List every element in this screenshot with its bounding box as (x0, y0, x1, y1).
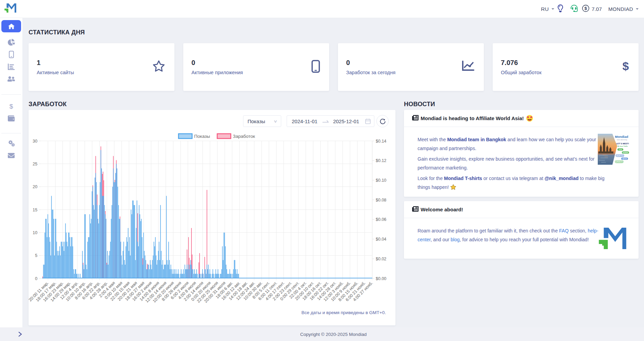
theme-toggle-button[interactable] (558, 4, 563, 14)
arrow-right-icon (322, 119, 329, 123)
news-title: Welcome aboard! (421, 207, 463, 212)
svg-text:$: $ (584, 6, 587, 11)
svg-text:$0.04: $0.04 (376, 237, 386, 242)
svg-text:$0.06: $0.06 (376, 217, 386, 222)
home-icon (8, 23, 15, 29)
lightbulb-icon (558, 4, 563, 14)
account-menu[interactable]: MONDIAD (608, 6, 639, 12)
chevron-down-icon: ∨ (273, 119, 277, 124)
svg-text:0: 0 (35, 276, 37, 281)
sidebar-item-statistics[interactable] (1, 36, 21, 48)
legend-label-1: Заработок (233, 134, 255, 139)
account-name: MONDIAD (608, 6, 633, 12)
chart-legend[interactable]: ПоказыЗаработок (179, 134, 255, 139)
sidebar-item-referrals[interactable] (1, 73, 21, 85)
chevron-down-icon (636, 8, 639, 10)
svg-text:30: 30 (33, 139, 37, 144)
stat-value: 7.076 (501, 59, 639, 67)
stat-card-total-earnings: 7.076 Общий заработок $ (493, 43, 639, 91)
svg-text:$0.12: $0.12 (376, 158, 386, 163)
metric-select-value: Показы (248, 118, 265, 124)
users-icon (7, 76, 15, 82)
balance-amount: 7.07 (592, 6, 602, 12)
svg-text:5: 5 (35, 253, 37, 258)
refresh-icon (380, 118, 386, 124)
news-card-welcome: Welcome aboard! Roam around the platform… (404, 201, 639, 259)
svg-text:smart advertising: smart advertising (617, 139, 627, 141)
legend-swatch-1 (217, 134, 231, 139)
mobile-icon (9, 51, 14, 58)
newspaper-icon (412, 115, 419, 122)
balance-widget[interactable]: $ 7.07 (582, 5, 602, 13)
svg-text:TELEGRAM: TELEGRAM (616, 161, 623, 163)
svg-text:$: $ (10, 103, 13, 110)
dollar-coin-icon: $ (582, 5, 589, 13)
calendar-icon (365, 118, 371, 124)
chevron-right-icon (18, 331, 22, 337)
refresh-button[interactable] (376, 115, 389, 127)
copyright-text: Copyright © 2020-2025 Mondiad (23, 327, 644, 341)
sidebar-item-sites[interactable] (1, 48, 21, 61)
star-icon (152, 60, 165, 74)
news-card-affiliate-world: Mondiad is heading to Affiliate World As… (404, 110, 639, 197)
stat-value: 0 (191, 59, 329, 67)
envelope-icon (8, 152, 15, 159)
x-axis-labels: 20:00 11 мар.18:00 17 мар.16:00 23 мар.1… (29, 280, 374, 304)
news-title: Mondiad is heading to Affiliate World As… (421, 115, 524, 121)
language-label: RU (541, 6, 549, 12)
sidebar: $ (0, 18, 23, 327)
news-section-title: НОВОСТИ (404, 101, 639, 108)
stat-card-active-sites: 1 Активные сайты (29, 43, 174, 91)
earnings-chart[interactable]: ПоказыЗаработок051015202530$0.00$0.02$0.… (29, 130, 395, 314)
stat-label: Общий заработок (501, 70, 639, 75)
headset-icon (571, 5, 578, 13)
svg-text:$0.14: $0.14 (376, 139, 386, 144)
svg-text:20: 20 (33, 184, 37, 189)
svg-text:$0.08: $0.08 (376, 198, 386, 202)
sidebar-item-wallet[interactable] (1, 112, 21, 125)
legend-swatch-0 (179, 134, 192, 139)
wallet-icon (8, 115, 15, 122)
sidebar-item-reports[interactable] (1, 61, 21, 73)
svg-text:$0.00: $0.00 (376, 276, 386, 281)
stat-label: Активные приложения (191, 70, 329, 75)
svg-text:LET`S MEET!: LET`S MEET! (616, 143, 629, 145)
svg-text:$0.02: $0.02 (376, 257, 386, 261)
star-struck-emoji (526, 115, 533, 122)
star-emoji (450, 184, 456, 190)
pie-chart-icon (8, 39, 15, 46)
sidebar-item-settings[interactable] (1, 137, 21, 149)
support-button[interactable] (571, 5, 578, 13)
dollar-icon: $ (622, 60, 629, 75)
mondiad-logo-icon[interactable] (4, 3, 16, 14)
svg-text:10: 10 (33, 230, 37, 235)
svg-text:BANNER: BANNER (623, 152, 628, 153)
sidebar-item-dashboard[interactable] (1, 20, 21, 32)
sidebar-item-messages[interactable] (1, 149, 21, 162)
date-from-value: 2024-11-01 (292, 118, 318, 124)
bar-chart-icon (8, 64, 15, 70)
svg-text:25: 25 (33, 162, 37, 166)
topbar: RU $ 7.07 MONDIAD (0, 0, 644, 18)
gmt-note: Все даты и время приведены в GMT+0. (301, 310, 386, 315)
mobile-icon (311, 60, 320, 74)
gears-icon (8, 140, 15, 147)
chevron-down-icon (552, 8, 554, 10)
y-axis-left-labels: 051015202530 (33, 139, 37, 281)
bottom-bar: Copyright © 2020-2025 Mondiad (0, 327, 644, 341)
stats-section-title: СТАТИСТИКА ДНЯ (29, 29, 639, 36)
mondiad-logo-large (599, 228, 626, 250)
y-axis-right-labels: $0.00$0.02$0.04$0.06$0.08$0.10$0.12$0.14 (376, 139, 386, 281)
stat-cards-row: 1 Активные сайты 0 Активные приложения 0… (29, 43, 639, 91)
chart-line-icon (462, 61, 475, 74)
date-range-picker[interactable]: 2024-11-01 2025-12-01 (287, 115, 374, 127)
svg-text:$0.10: $0.10 (376, 178, 386, 183)
bars-impressions (42, 150, 372, 278)
sidebar-item-payments[interactable]: $ (1, 100, 21, 112)
svg-text:POPUNDER: POPUNDER (616, 155, 624, 157)
language-select[interactable]: RU (541, 6, 554, 12)
newspaper-icon (412, 206, 419, 213)
metric-select[interactable]: Показы ∨ (243, 115, 281, 127)
stat-card-earnings-today: 0 Заработок за сегодня (338, 43, 484, 91)
svg-text:$: $ (623, 60, 629, 72)
